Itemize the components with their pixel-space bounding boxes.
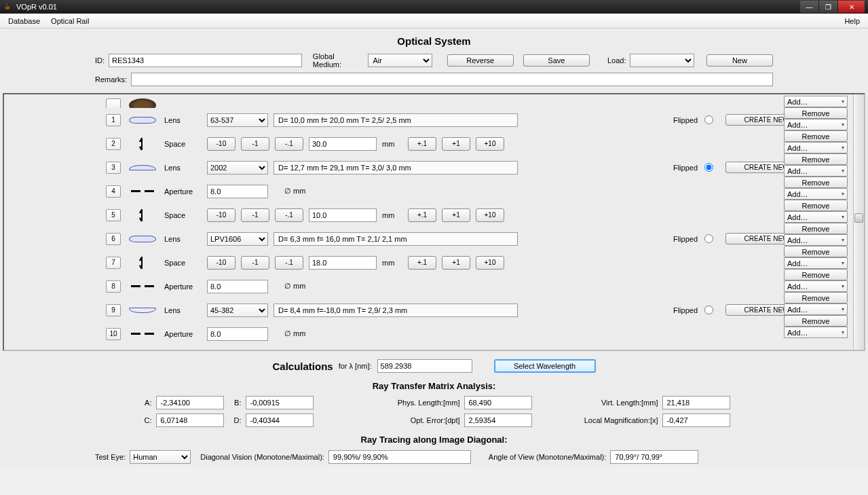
- maximize-button[interactable]: ❐: [819, 1, 838, 13]
- remove-button[interactable]: Remove: [784, 223, 848, 234]
- B-value[interactable]: [246, 396, 314, 409]
- aov-label: Angle of View (Monotone/Maximal):: [489, 453, 606, 461]
- medium-select[interactable]: Air: [368, 54, 432, 67]
- row-index[interactable]: 6: [106, 233, 121, 245]
- add-dropdown[interactable]: Add…: [784, 96, 848, 107]
- step-p10[interactable]: +10: [476, 256, 504, 270]
- add-dropdown[interactable]: Add…: [784, 142, 848, 153]
- add-dropdown[interactable]: Add…: [784, 280, 848, 292]
- scrollbar-thumb[interactable]: [854, 213, 863, 223]
- space-value[interactable]: [309, 137, 377, 151]
- aov-value[interactable]: [610, 450, 698, 464]
- step-p01[interactable]: +.1: [408, 256, 436, 270]
- step-m10[interactable]: -10: [207, 256, 235, 270]
- reverse-button[interactable]: Reverse: [447, 54, 514, 67]
- lens-icon: [126, 113, 159, 127]
- lens-select[interactable]: LPV1606: [207, 232, 268, 246]
- lens-select[interactable]: 63-537: [207, 113, 268, 127]
- step-m01[interactable]: -.1: [275, 137, 303, 151]
- row-index[interactable]: 7: [106, 257, 121, 269]
- row-index[interactable]: 5: [106, 209, 121, 221]
- add-dropdown[interactable]: Add…: [784, 165, 848, 177]
- row-index[interactable]: 9: [106, 304, 121, 316]
- eye-select[interactable]: Human: [130, 450, 191, 464]
- menu-optical-rail[interactable]: Optical Rail: [45, 16, 94, 26]
- opt-value[interactable]: [464, 414, 532, 427]
- row-index[interactable]: [106, 98, 121, 108]
- remove-button[interactable]: Remove: [784, 246, 848, 257]
- select-wavelength-button[interactable]: Select Wavelength: [494, 359, 596, 373]
- mag-value[interactable]: [662, 414, 730, 427]
- remove-button[interactable]: Remove: [784, 153, 848, 165]
- id-input[interactable]: [109, 54, 302, 67]
- remove-button[interactable]: Remove: [784, 292, 848, 304]
- new-button[interactable]: New: [706, 54, 773, 67]
- lambda-input[interactable]: [377, 359, 472, 373]
- lens-icon: [126, 304, 159, 317]
- remarks-input[interactable]: [131, 73, 773, 86]
- step-p1[interactable]: +1: [442, 256, 470, 270]
- step-m01[interactable]: -.1: [275, 208, 303, 222]
- row-kind: Space: [164, 259, 202, 267]
- remove-button[interactable]: Remove: [784, 200, 848, 211]
- remove-button[interactable]: Remove: [784, 107, 848, 119]
- step-m1[interactable]: -1: [241, 137, 269, 151]
- step-p1[interactable]: +1: [442, 137, 470, 151]
- add-dropdown[interactable]: Add…: [784, 257, 848, 269]
- menu-database[interactable]: Database: [3, 16, 45, 26]
- save-button[interactable]: Save: [523, 54, 590, 67]
- flipped-label: Flipped: [673, 306, 698, 314]
- step-m1[interactable]: -1: [241, 256, 269, 270]
- minimize-button[interactable]: —: [800, 1, 819, 13]
- step-p01[interactable]: +.1: [408, 208, 436, 222]
- add-dropdown[interactable]: Add…: [784, 234, 848, 246]
- remove-button[interactable]: Remove: [784, 315, 848, 327]
- step-m1[interactable]: -1: [241, 208, 269, 222]
- step-p1[interactable]: +1: [442, 208, 470, 222]
- lens-select[interactable]: 45-382: [207, 304, 268, 317]
- aperture-value[interactable]: [207, 185, 268, 198]
- A-value[interactable]: [156, 396, 224, 409]
- load-select[interactable]: [630, 54, 694, 67]
- step-m10[interactable]: -10: [207, 208, 235, 222]
- lens-select[interactable]: 2002: [207, 161, 268, 175]
- aperture-value[interactable]: [207, 327, 268, 341]
- space-value[interactable]: [309, 256, 377, 270]
- add-dropdown[interactable]: Add…: [784, 211, 848, 223]
- add-dropdown[interactable]: Add…: [784, 304, 848, 315]
- D-value[interactable]: [246, 414, 314, 427]
- aperture-value[interactable]: [207, 280, 268, 293]
- step-p10[interactable]: +10: [476, 208, 504, 222]
- C-value[interactable]: [156, 414, 224, 427]
- add-dropdown[interactable]: Add…: [784, 327, 848, 338]
- step-m10[interactable]: -10: [207, 137, 235, 151]
- flipped-radio[interactable]: [704, 306, 713, 314]
- row-index[interactable]: 1: [106, 114, 121, 126]
- remove-button[interactable]: Remove: [784, 130, 848, 142]
- phys-value[interactable]: [464, 396, 532, 409]
- close-button[interactable]: ✕: [838, 1, 865, 13]
- row-kind: Lens: [164, 306, 202, 314]
- add-dropdown[interactable]: Add…: [784, 188, 848, 200]
- row-index[interactable]: 3: [106, 162, 121, 174]
- flipped-radio[interactable]: [704, 163, 713, 172]
- diag-value[interactable]: [328, 450, 471, 464]
- menu-help[interactable]: Help: [839, 16, 865, 26]
- step-p01[interactable]: +.1: [408, 137, 436, 151]
- row-index[interactable]: 4: [106, 185, 121, 198]
- flipped-radio[interactable]: [704, 234, 713, 243]
- row-index[interactable]: 2: [106, 138, 121, 150]
- step-m01[interactable]: -.1: [275, 256, 303, 270]
- add-dropdown[interactable]: Add…: [784, 119, 848, 130]
- step-p10[interactable]: +10: [476, 137, 504, 151]
- row-index[interactable]: 8: [106, 280, 121, 293]
- row-index[interactable]: 10: [106, 328, 121, 340]
- space-value[interactable]: [309, 208, 377, 222]
- java-icon: [3, 2, 12, 12]
- rail-row-aperture: 4 Aperture ∅ mm: [106, 179, 853, 203]
- remove-button[interactable]: Remove: [784, 177, 848, 188]
- virt-value[interactable]: [662, 396, 730, 409]
- flipped-radio[interactable]: [704, 115, 713, 124]
- remove-button[interactable]: Remove: [784, 269, 848, 280]
- scrollbar[interactable]: [853, 94, 864, 350]
